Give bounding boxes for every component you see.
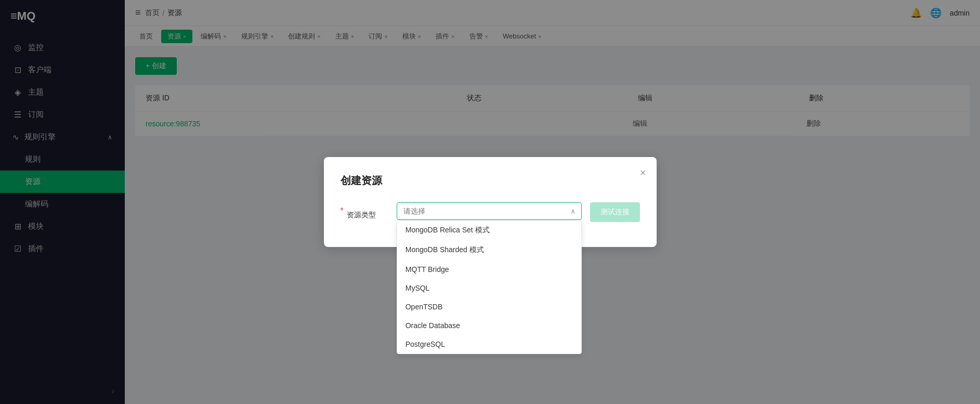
dropdown-item-1[interactable]: MongoDB Sharded 模式 [397, 240, 581, 260]
dropdown-item-3[interactable]: MySQL [397, 279, 581, 297]
dropdown-item-5[interactable]: Oracle Database [397, 316, 581, 335]
dropdown-item-0[interactable]: MongoDB Relica Set 模式 [397, 220, 581, 240]
modal-close-button[interactable]: × [640, 167, 646, 178]
create-resource-modal: 创建资源 × * 资源类型 ∧ MongoDB Relica Set 模式 Mo… [324, 157, 657, 247]
resource-type-select[interactable] [397, 202, 582, 220]
modal-overlay[interactable]: 创建资源 × * 资源类型 ∧ MongoDB Relica Set 模式 Mo… [0, 0, 980, 404]
dropdown-item-2[interactable]: MQTT Bridge [397, 260, 581, 279]
resource-type-row: * 资源类型 ∧ MongoDB Relica Set 模式 MongoDB S… [341, 202, 640, 222]
dropdown-list: MongoDB Relica Set 模式 MongoDB Sharded 模式… [397, 220, 582, 354]
dropdown-item-4[interactable]: OpenTSDB [397, 297, 581, 316]
resource-type-label: 资源类型 [347, 206, 388, 220]
test-connection-button[interactable]: 测试连接 [590, 202, 640, 222]
dropdown-item-6[interactable]: PostgreSQL [397, 335, 581, 354]
modal-title: 创建资源 [341, 174, 640, 188]
required-indicator: * [341, 206, 344, 216]
select-wrapper: ∧ MongoDB Relica Set 模式 MongoDB Sharded … [397, 202, 582, 220]
